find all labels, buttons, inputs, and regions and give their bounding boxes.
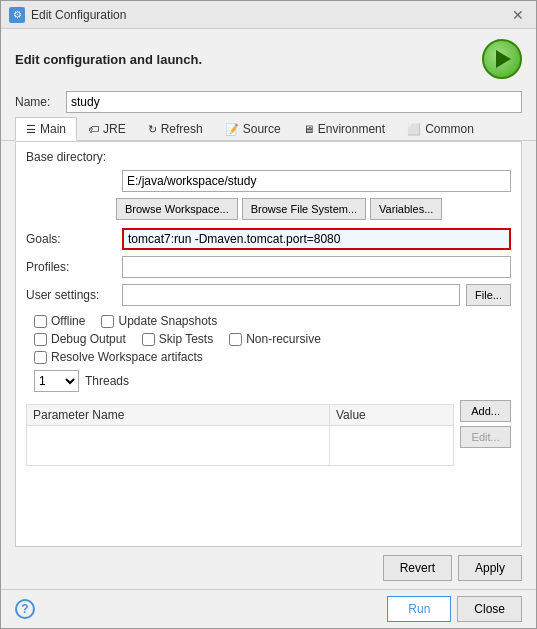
base-directory-label: Base directory: [26, 150, 116, 164]
name-row: Name: [1, 87, 536, 117]
param-table-container: Parameter Name Value [26, 400, 454, 466]
scrollable-content: Base directory: Browse Workspace... Brow… [16, 142, 521, 546]
checkbox-row-2: Debug Output Skip Tests Non-recursive [34, 332, 511, 346]
file-button[interactable]: File... [466, 284, 511, 306]
non-recursive-checkbox[interactable] [229, 333, 242, 346]
tab-environment[interactable]: 🖥 Environment [292, 117, 396, 140]
add-button[interactable]: Add... [460, 400, 511, 422]
resolve-workspace-checkbox-item[interactable]: Resolve Workspace artifacts [34, 350, 203, 364]
resolve-workspace-label: Resolve Workspace artifacts [51, 350, 203, 364]
user-settings-input[interactable] [122, 284, 460, 306]
tab-source-label: Source [243, 122, 281, 136]
debug-output-checkbox[interactable] [34, 333, 47, 346]
run-button[interactable]: Run [387, 596, 451, 622]
tabs-bar: ☰ Main 🏷 JRE ↻ Refresh 📝 Source 🖥 Enviro… [1, 117, 536, 141]
variables-button[interactable]: Variables... [370, 198, 442, 220]
col-value: Value [329, 405, 453, 426]
non-recursive-label: Non-recursive [246, 332, 321, 346]
dialog-header: Edit configuration and launch. [1, 29, 536, 87]
tab-refresh[interactable]: ↻ Refresh [137, 117, 214, 140]
title-bar: ⚙ Edit Configuration ✕ [1, 1, 536, 29]
base-directory-section: Base directory: Browse Workspace... Brow… [26, 150, 511, 220]
main-content: Base directory: Browse Workspace... Brow… [15, 141, 522, 547]
threads-select[interactable]: 1 2 4 8 [34, 370, 79, 392]
threads-row: 1 2 4 8 Threads [34, 370, 511, 392]
user-settings-label: User settings: [26, 288, 116, 302]
edit-configuration-dialog: ⚙ Edit Configuration ✕ Edit configuratio… [0, 0, 537, 629]
tab-jre-label: JRE [103, 122, 126, 136]
offline-checkbox[interactable] [34, 315, 47, 328]
browse-row: Browse Workspace... Browse File System..… [116, 198, 511, 220]
debug-output-checkbox-item[interactable]: Debug Output [34, 332, 126, 346]
checkboxes-section: Offline Update Snapshots Debug Output Sk… [26, 314, 511, 364]
main-tab-icon: ☰ [26, 123, 36, 136]
update-snapshots-checkbox-item[interactable]: Update Snapshots [101, 314, 217, 328]
table-row-empty [27, 426, 454, 466]
tab-common[interactable]: ⬜ Common [396, 117, 485, 140]
goals-row: Goals: [26, 228, 511, 250]
tab-jre[interactable]: 🏷 JRE [77, 117, 137, 140]
edit-button[interactable]: Edit... [460, 426, 511, 448]
profiles-row: Profiles: [26, 256, 511, 278]
base-directory-row: Base directory: [26, 150, 511, 164]
tab-source[interactable]: 📝 Source [214, 117, 292, 140]
environment-tab-icon: 🖥 [303, 123, 314, 135]
profiles-label: Profiles: [26, 260, 116, 274]
checkbox-row-3: Resolve Workspace artifacts [34, 350, 511, 364]
name-input[interactable] [66, 91, 522, 113]
bottom-bar: ? Run Close [1, 589, 536, 628]
tab-main-label: Main [40, 122, 66, 136]
source-tab-icon: 📝 [225, 123, 239, 136]
update-snapshots-label: Update Snapshots [118, 314, 217, 328]
skip-tests-label: Skip Tests [159, 332, 213, 346]
close-button[interactable]: Close [457, 596, 522, 622]
param-table: Parameter Name Value [26, 404, 454, 466]
browse-file-system-button[interactable]: Browse File System... [242, 198, 366, 220]
threads-label: Threads [85, 374, 129, 388]
refresh-tab-icon: ↻ [148, 123, 157, 136]
bottom-buttons: Run Close [387, 596, 522, 622]
skip-tests-checkbox[interactable] [142, 333, 155, 346]
tab-refresh-label: Refresh [161, 122, 203, 136]
browse-workspace-button[interactable]: Browse Workspace... [116, 198, 238, 220]
dialog-header-title: Edit configuration and launch. [15, 52, 202, 67]
update-snapshots-checkbox[interactable] [101, 315, 114, 328]
param-buttons: Add... Edit... [460, 400, 511, 466]
offline-label: Offline [51, 314, 85, 328]
goals-input[interactable] [122, 228, 511, 250]
apply-button[interactable]: Apply [458, 555, 522, 581]
checkbox-row-1: Offline Update Snapshots [34, 314, 511, 328]
base-directory-input[interactable] [122, 170, 511, 192]
param-table-wrapper: Parameter Name Value Add... [26, 400, 511, 466]
base-directory-input-row [26, 170, 511, 192]
goals-label: Goals: [26, 232, 116, 246]
table-cell-value [329, 426, 453, 466]
dialog-title: Edit Configuration [31, 8, 126, 22]
name-label: Name: [15, 95, 60, 109]
window-close-button[interactable]: ✕ [508, 5, 528, 25]
resolve-workspace-checkbox[interactable] [34, 351, 47, 364]
tab-main[interactable]: ☰ Main [15, 117, 77, 141]
tab-environment-label: Environment [318, 122, 385, 136]
revert-button[interactable]: Revert [383, 555, 452, 581]
common-tab-icon: ⬜ [407, 123, 421, 136]
offline-checkbox-item[interactable]: Offline [34, 314, 85, 328]
profiles-input[interactable] [122, 256, 511, 278]
debug-output-label: Debug Output [51, 332, 126, 346]
non-recursive-checkbox-item[interactable]: Non-recursive [229, 332, 321, 346]
launch-button[interactable] [482, 39, 522, 79]
col-parameter-name: Parameter Name [27, 405, 330, 426]
tab-common-label: Common [425, 122, 474, 136]
play-icon [496, 50, 511, 68]
jre-tab-icon: 🏷 [88, 123, 99, 135]
help-button[interactable]: ? [15, 599, 35, 619]
user-settings-row: User settings: File... [26, 284, 511, 306]
skip-tests-checkbox-item[interactable]: Skip Tests [142, 332, 213, 346]
dialog-icon: ⚙ [9, 7, 25, 23]
dialog-footer: Revert Apply [1, 547, 536, 589]
table-cell-name [27, 426, 330, 466]
title-bar-left: ⚙ Edit Configuration [9, 7, 126, 23]
